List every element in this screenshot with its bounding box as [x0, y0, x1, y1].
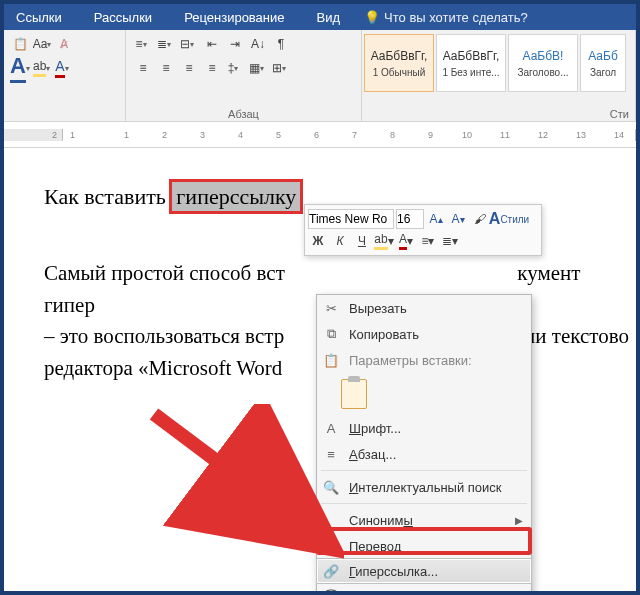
font-color2-split[interactable]: A▾	[54, 58, 74, 78]
hyperlink-icon: 🔗	[321, 564, 341, 579]
comment-icon: 💬	[321, 589, 341, 596]
mini-font-size[interactable]	[396, 209, 424, 229]
show-marks-button[interactable]: ¶	[270, 34, 292, 54]
mini-font-family[interactable]	[308, 209, 394, 229]
ctx-paragraph[interactable]: ≡ Абзац...	[317, 441, 531, 467]
increase-indent-button[interactable]: ⇥	[224, 34, 246, 54]
scissors-icon: ✂	[321, 301, 341, 316]
style-no-spacing[interactable]: АаБбВвГг, 1 Без инте...	[436, 34, 506, 92]
align-left-button[interactable]: ≡	[132, 58, 154, 78]
tab-view[interactable]: Вид	[309, 6, 349, 29]
paste-dropdown-icon[interactable]: 📋	[10, 34, 30, 54]
font-group: 📋 Aa▾ A̷ A▾ ab▾ A▾	[4, 30, 126, 121]
mini-styles-button[interactable]: AСтили	[492, 209, 526, 229]
clear-formatting-button[interactable]: A̷	[54, 34, 74, 54]
line-spacing-button[interactable]: ‡▾	[224, 58, 246, 78]
align-right-button[interactable]: ≡	[178, 58, 200, 78]
style-heading2[interactable]: АаБб Загол	[580, 34, 626, 92]
mini-bold-button[interactable]: Ж	[308, 231, 328, 251]
copy-icon: ⧉	[321, 326, 341, 342]
shading-button[interactable]: ▦▾	[247, 58, 269, 78]
grow-font-icon[interactable]: A▴	[426, 209, 446, 229]
clipboard-icon	[341, 379, 367, 409]
mini-italic-button[interactable]: К	[330, 231, 350, 251]
style-normal[interactable]: АаБбВвГг, 1 Обычный	[364, 34, 434, 92]
tell-me-label: Что вы хотите сделать?	[384, 10, 528, 25]
styles-group-label: Сти	[610, 108, 629, 120]
font-case-button[interactable]: Aa▾	[32, 34, 52, 54]
ctx-font[interactable]: A Шрифт...	[317, 415, 531, 441]
ribbon-tab-bar: Ссылки Рассылки Рецензирование Вид 💡 Что…	[4, 4, 636, 30]
translate-icon: 🗛	[321, 539, 341, 554]
ctx-new-comment[interactable]: 💬 Создать примечание	[317, 583, 531, 595]
ctx-paste-options-header: 📋 Параметры вставки:	[317, 347, 531, 373]
mini-bullets-button[interactable]: ≡▾	[418, 231, 438, 251]
ctx-synonyms[interactable]: Синонимы ▶	[317, 507, 531, 533]
lightbulb-icon: 💡	[364, 10, 380, 25]
ctx-separator	[321, 503, 527, 504]
styles-group: АаБбВвГг, 1 Обычный АаБбВвГг, 1 Без инте…	[362, 30, 636, 121]
ctx-translate[interactable]: 🗛 Перевод	[317, 533, 531, 559]
chevron-right-icon: ▶	[515, 515, 523, 526]
tab-references[interactable]: Ссылки	[8, 6, 70, 29]
font-color-split[interactable]: A▾	[10, 58, 30, 78]
paragraph-group: ≡▾ ≣▾ ⊟▾ ⇤ ⇥ A↓ ¶ ≡ ≡ ≡ ≡ ‡▾ ▦▾ ⊞▾ Абзац	[126, 30, 362, 121]
ctx-cut[interactable]: ✂ Вырезать	[317, 295, 531, 321]
font-dialog-icon: A	[321, 421, 341, 436]
horizontal-ruler[interactable]: 2 1 1 2 3 4 5 6 7 8 9 10 11 12 13 14	[4, 122, 636, 148]
paragraph-icon: ≡	[321, 447, 341, 462]
mini-toolbar: A▴ A▾ 🖌 AСтили Ж К Ч ab▾ A▾ ≡▾ ≣▾	[304, 204, 542, 256]
mini-highlight-button[interactable]: ab▾	[374, 231, 394, 251]
paste-icon: 📋	[321, 353, 341, 368]
mini-font-color-button[interactable]: A▾	[396, 231, 416, 251]
paragraph-group-label: Абзац	[126, 108, 361, 120]
style-heading1[interactable]: АаБбВ! Заголово...	[508, 34, 578, 92]
smart-lookup-icon: 🔍	[321, 480, 341, 495]
bullets-button[interactable]: ≡▾	[132, 34, 154, 54]
multilevel-button[interactable]: ⊟▾	[178, 34, 200, 54]
align-justify-button[interactable]: ≡	[201, 58, 223, 78]
borders-button[interactable]: ⊞▾	[270, 58, 292, 78]
mini-underline-button[interactable]: Ч	[352, 231, 372, 251]
tab-review[interactable]: Рецензирование	[176, 6, 292, 29]
ctx-paste-option[interactable]	[317, 373, 531, 415]
tell-me-search[interactable]: 💡 Что вы хотите сделать?	[364, 10, 528, 25]
selected-text[interactable]: гиперссылку	[169, 179, 303, 214]
shrink-font-icon[interactable]: A▾	[448, 209, 468, 229]
align-center-button[interactable]: ≡	[155, 58, 177, 78]
mini-numbering-button[interactable]: ≣▾	[440, 231, 460, 251]
ctx-separator	[321, 470, 527, 471]
ctx-hyperlink[interactable]: 🔗 Гиперссылка...	[316, 558, 532, 584]
tab-mailings[interactable]: Рассылки	[86, 6, 160, 29]
ribbon: 📋 Aa▾ A̷ A▾ ab▾ A▾ ≡▾ ≣▾ ⊟▾ ⇤ ⇥ A↓ ¶ ≡ ≡…	[4, 30, 636, 122]
ctx-copy[interactable]: ⧉ Копировать	[317, 321, 531, 347]
highlight-split[interactable]: ab▾	[32, 58, 52, 78]
decrease-indent-button[interactable]: ⇤	[201, 34, 223, 54]
sort-button[interactable]: A↓	[247, 34, 269, 54]
ctx-smart-lookup[interactable]: 🔍 Интеллектуальный поиск	[317, 474, 531, 500]
context-menu: ✂ Вырезать ⧉ Копировать 📋 Параметры вста…	[316, 294, 532, 595]
format-painter-icon[interactable]: 🖌	[470, 209, 490, 229]
numbering-button[interactable]: ≣▾	[155, 34, 177, 54]
